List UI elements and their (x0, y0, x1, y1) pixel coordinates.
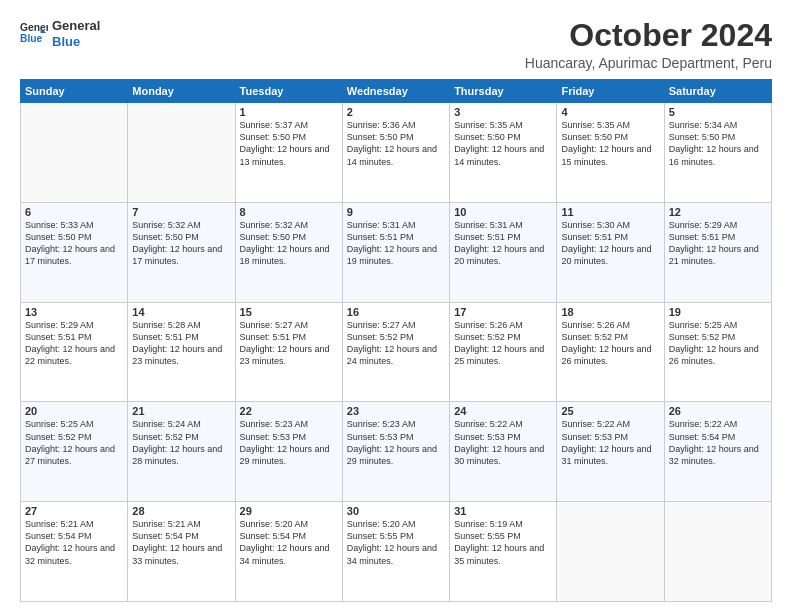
title-block: October 2024 Huancaray, Apurimac Departm… (525, 18, 772, 71)
day-info: Sunrise: 5:30 AM Sunset: 5:51 PM Dayligh… (561, 219, 659, 268)
day-info: Sunrise: 5:27 AM Sunset: 5:51 PM Dayligh… (240, 319, 338, 368)
calendar-cell: 18Sunrise: 5:26 AM Sunset: 5:52 PM Dayli… (557, 302, 664, 402)
calendar-cell (664, 502, 771, 602)
calendar-cell: 17Sunrise: 5:26 AM Sunset: 5:52 PM Dayli… (450, 302, 557, 402)
calendar-cell: 24Sunrise: 5:22 AM Sunset: 5:53 PM Dayli… (450, 402, 557, 502)
calendar-cell: 22Sunrise: 5:23 AM Sunset: 5:53 PM Dayli… (235, 402, 342, 502)
day-info: Sunrise: 5:29 AM Sunset: 5:51 PM Dayligh… (25, 319, 123, 368)
day-info: Sunrise: 5:23 AM Sunset: 5:53 PM Dayligh… (240, 418, 338, 467)
day-info: Sunrise: 5:29 AM Sunset: 5:51 PM Dayligh… (669, 219, 767, 268)
logo: General Blue General Blue (20, 18, 100, 49)
calendar-cell: 26Sunrise: 5:22 AM Sunset: 5:54 PM Dayli… (664, 402, 771, 502)
logo-text-general: General (52, 18, 100, 34)
calendar-cell: 27Sunrise: 5:21 AM Sunset: 5:54 PM Dayli… (21, 502, 128, 602)
day-number: 31 (454, 505, 552, 517)
calendar-table: Sunday Monday Tuesday Wednesday Thursday… (20, 79, 772, 602)
day-info: Sunrise: 5:22 AM Sunset: 5:53 PM Dayligh… (454, 418, 552, 467)
calendar-cell: 29Sunrise: 5:20 AM Sunset: 5:54 PM Dayli… (235, 502, 342, 602)
day-number: 5 (669, 106, 767, 118)
day-number: 20 (25, 405, 123, 417)
col-friday: Friday (557, 80, 664, 103)
day-number: 27 (25, 505, 123, 517)
calendar-cell (557, 502, 664, 602)
day-number: 30 (347, 505, 445, 517)
day-number: 24 (454, 405, 552, 417)
day-number: 28 (132, 505, 230, 517)
day-info: Sunrise: 5:35 AM Sunset: 5:50 PM Dayligh… (454, 119, 552, 168)
day-number: 11 (561, 206, 659, 218)
calendar-cell: 1Sunrise: 5:37 AM Sunset: 5:50 PM Daylig… (235, 103, 342, 203)
col-wednesday: Wednesday (342, 80, 449, 103)
day-info: Sunrise: 5:35 AM Sunset: 5:50 PM Dayligh… (561, 119, 659, 168)
calendar-cell: 23Sunrise: 5:23 AM Sunset: 5:53 PM Dayli… (342, 402, 449, 502)
day-info: Sunrise: 5:32 AM Sunset: 5:50 PM Dayligh… (240, 219, 338, 268)
calendar-cell: 8Sunrise: 5:32 AM Sunset: 5:50 PM Daylig… (235, 202, 342, 302)
day-number: 4 (561, 106, 659, 118)
calendar-cell: 11Sunrise: 5:30 AM Sunset: 5:51 PM Dayli… (557, 202, 664, 302)
calendar-cell: 19Sunrise: 5:25 AM Sunset: 5:52 PM Dayli… (664, 302, 771, 402)
day-number: 22 (240, 405, 338, 417)
main-title: October 2024 (525, 18, 772, 53)
day-number: 14 (132, 306, 230, 318)
calendar-week-1: 1Sunrise: 5:37 AM Sunset: 5:50 PM Daylig… (21, 103, 772, 203)
day-number: 10 (454, 206, 552, 218)
calendar-cell: 21Sunrise: 5:24 AM Sunset: 5:52 PM Dayli… (128, 402, 235, 502)
day-info: Sunrise: 5:32 AM Sunset: 5:50 PM Dayligh… (132, 219, 230, 268)
page: General Blue General Blue October 2024 H… (0, 0, 792, 612)
day-number: 7 (132, 206, 230, 218)
calendar-cell: 4Sunrise: 5:35 AM Sunset: 5:50 PM Daylig… (557, 103, 664, 203)
day-info: Sunrise: 5:37 AM Sunset: 5:50 PM Dayligh… (240, 119, 338, 168)
col-tuesday: Tuesday (235, 80, 342, 103)
day-info: Sunrise: 5:20 AM Sunset: 5:54 PM Dayligh… (240, 518, 338, 567)
calendar-cell: 9Sunrise: 5:31 AM Sunset: 5:51 PM Daylig… (342, 202, 449, 302)
logo-icon: General Blue (20, 20, 48, 48)
day-info: Sunrise: 5:26 AM Sunset: 5:52 PM Dayligh… (454, 319, 552, 368)
calendar-cell: 2Sunrise: 5:36 AM Sunset: 5:50 PM Daylig… (342, 103, 449, 203)
day-info: Sunrise: 5:21 AM Sunset: 5:54 PM Dayligh… (25, 518, 123, 567)
calendar-cell: 12Sunrise: 5:29 AM Sunset: 5:51 PM Dayli… (664, 202, 771, 302)
day-number: 3 (454, 106, 552, 118)
calendar-cell (128, 103, 235, 203)
day-number: 13 (25, 306, 123, 318)
day-number: 17 (454, 306, 552, 318)
col-saturday: Saturday (664, 80, 771, 103)
day-info: Sunrise: 5:26 AM Sunset: 5:52 PM Dayligh… (561, 319, 659, 368)
calendar-cell (21, 103, 128, 203)
calendar-cell: 5Sunrise: 5:34 AM Sunset: 5:50 PM Daylig… (664, 103, 771, 203)
day-info: Sunrise: 5:33 AM Sunset: 5:50 PM Dayligh… (25, 219, 123, 268)
calendar-cell: 6Sunrise: 5:33 AM Sunset: 5:50 PM Daylig… (21, 202, 128, 302)
calendar-cell: 30Sunrise: 5:20 AM Sunset: 5:55 PM Dayli… (342, 502, 449, 602)
day-info: Sunrise: 5:25 AM Sunset: 5:52 PM Dayligh… (25, 418, 123, 467)
day-number: 15 (240, 306, 338, 318)
day-number: 25 (561, 405, 659, 417)
logo-text-blue: Blue (52, 34, 100, 50)
day-number: 23 (347, 405, 445, 417)
calendar-cell: 10Sunrise: 5:31 AM Sunset: 5:51 PM Dayli… (450, 202, 557, 302)
day-number: 19 (669, 306, 767, 318)
calendar-week-5: 27Sunrise: 5:21 AM Sunset: 5:54 PM Dayli… (21, 502, 772, 602)
col-thursday: Thursday (450, 80, 557, 103)
day-info: Sunrise: 5:36 AM Sunset: 5:50 PM Dayligh… (347, 119, 445, 168)
header: General Blue General Blue October 2024 H… (20, 18, 772, 71)
day-info: Sunrise: 5:24 AM Sunset: 5:52 PM Dayligh… (132, 418, 230, 467)
col-sunday: Sunday (21, 80, 128, 103)
day-info: Sunrise: 5:34 AM Sunset: 5:50 PM Dayligh… (669, 119, 767, 168)
subtitle: Huancaray, Apurimac Department, Peru (525, 55, 772, 71)
day-number: 1 (240, 106, 338, 118)
day-info: Sunrise: 5:23 AM Sunset: 5:53 PM Dayligh… (347, 418, 445, 467)
calendar-cell: 7Sunrise: 5:32 AM Sunset: 5:50 PM Daylig… (128, 202, 235, 302)
day-number: 26 (669, 405, 767, 417)
day-number: 2 (347, 106, 445, 118)
calendar-week-4: 20Sunrise: 5:25 AM Sunset: 5:52 PM Dayli… (21, 402, 772, 502)
day-info: Sunrise: 5:31 AM Sunset: 5:51 PM Dayligh… (347, 219, 445, 268)
calendar-cell: 13Sunrise: 5:29 AM Sunset: 5:51 PM Dayli… (21, 302, 128, 402)
calendar-cell: 16Sunrise: 5:27 AM Sunset: 5:52 PM Dayli… (342, 302, 449, 402)
day-info: Sunrise: 5:31 AM Sunset: 5:51 PM Dayligh… (454, 219, 552, 268)
day-number: 6 (25, 206, 123, 218)
calendar-week-2: 6Sunrise: 5:33 AM Sunset: 5:50 PM Daylig… (21, 202, 772, 302)
col-monday: Monday (128, 80, 235, 103)
day-info: Sunrise: 5:19 AM Sunset: 5:55 PM Dayligh… (454, 518, 552, 567)
calendar-week-3: 13Sunrise: 5:29 AM Sunset: 5:51 PM Dayli… (21, 302, 772, 402)
day-info: Sunrise: 5:22 AM Sunset: 5:53 PM Dayligh… (561, 418, 659, 467)
day-info: Sunrise: 5:25 AM Sunset: 5:52 PM Dayligh… (669, 319, 767, 368)
